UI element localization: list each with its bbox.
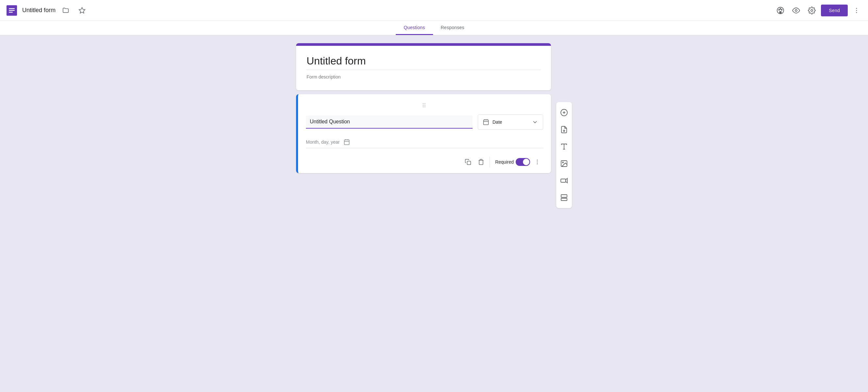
svg-point-6 bbox=[779, 9, 780, 10]
preview-button[interactable] bbox=[789, 4, 803, 17]
svg-point-10 bbox=[811, 9, 813, 11]
trash-icon bbox=[478, 159, 484, 165]
question-input-wrap bbox=[306, 115, 472, 129]
svg-rect-3 bbox=[9, 12, 13, 13]
app-logo bbox=[5, 4, 18, 17]
form-title-input[interactable] bbox=[307, 55, 540, 70]
import-icon bbox=[560, 125, 568, 134]
video-icon bbox=[560, 177, 568, 185]
svg-point-9 bbox=[795, 9, 797, 11]
question-type-dropdown[interactable]: Date bbox=[478, 114, 543, 130]
svg-rect-34 bbox=[561, 179, 566, 182]
import-question-button[interactable] bbox=[556, 122, 572, 137]
required-toggle[interactable] bbox=[516, 158, 530, 166]
question-title-input[interactable] bbox=[306, 115, 472, 129]
image-icon bbox=[560, 160, 568, 168]
svg-point-8 bbox=[781, 9, 782, 10]
svg-point-13 bbox=[856, 12, 857, 13]
delete-button[interactable] bbox=[475, 156, 487, 168]
section-icon bbox=[560, 194, 568, 201]
date-field-row: Month, day, year bbox=[306, 136, 543, 148]
toggle-knob bbox=[523, 159, 529, 165]
star-button[interactable] bbox=[76, 4, 88, 17]
svg-point-7 bbox=[780, 8, 781, 9]
question-top-row: Date bbox=[306, 114, 543, 130]
palette-button[interactable] bbox=[774, 4, 787, 17]
add-title-button[interactable] bbox=[556, 139, 572, 155]
calendar-icon bbox=[483, 119, 489, 125]
tab-responses[interactable]: Responses bbox=[433, 21, 472, 35]
add-video-button[interactable] bbox=[556, 173, 572, 189]
form-description-input[interactable] bbox=[307, 74, 540, 80]
svg-rect-1 bbox=[9, 8, 15, 9]
drag-handle: ⠿ bbox=[306, 102, 543, 109]
duplicate-button[interactable] bbox=[462, 156, 474, 168]
add-section-button[interactable] bbox=[556, 190, 572, 205]
svg-rect-36 bbox=[561, 195, 567, 197]
svg-point-24 bbox=[537, 162, 538, 163]
svg-point-25 bbox=[537, 164, 538, 165]
required-toggle-wrap: Required bbox=[493, 158, 530, 166]
date-placeholder-text: Month, day, year bbox=[306, 139, 340, 145]
folder-button[interactable] bbox=[60, 4, 72, 17]
svg-point-33 bbox=[562, 162, 563, 163]
settings-button[interactable] bbox=[805, 4, 818, 17]
main-content: ⠿ Date bbox=[0, 35, 868, 390]
question-card: ⠿ Date bbox=[296, 94, 551, 173]
header-left: Untitled form bbox=[5, 4, 774, 17]
more-options-button[interactable] bbox=[531, 156, 543, 168]
svg-rect-37 bbox=[561, 198, 567, 201]
more-button[interactable] bbox=[850, 4, 863, 17]
svg-rect-14 bbox=[484, 120, 489, 125]
more-vertical-icon bbox=[534, 159, 540, 165]
svg-rect-18 bbox=[344, 140, 349, 145]
svg-marker-4 bbox=[79, 7, 85, 13]
svg-rect-22 bbox=[467, 161, 471, 165]
svg-marker-35 bbox=[566, 178, 567, 183]
toolbar-divider bbox=[490, 157, 490, 167]
required-label: Required bbox=[495, 159, 514, 165]
svg-point-11 bbox=[856, 8, 857, 9]
svg-rect-2 bbox=[9, 10, 15, 11]
question-type-label: Date bbox=[493, 119, 502, 125]
copy-icon bbox=[465, 159, 471, 165]
svg-point-12 bbox=[856, 10, 857, 11]
date-calendar-icon bbox=[343, 139, 350, 145]
dropdown-chevron-icon bbox=[532, 119, 538, 125]
header-right: Send bbox=[774, 4, 863, 17]
question-toolbar: Required bbox=[306, 153, 543, 168]
form-title-header: Untitled form bbox=[22, 7, 56, 14]
tab-questions[interactable]: Questions bbox=[396, 21, 433, 35]
tabs-bar: Questions Responses bbox=[0, 21, 868, 35]
send-button[interactable]: Send bbox=[821, 5, 848, 16]
form-title-card bbox=[296, 43, 551, 90]
add-circle-icon bbox=[560, 109, 568, 116]
add-image-button[interactable] bbox=[556, 156, 572, 171]
text-format-icon bbox=[560, 143, 568, 150]
form-container: ⠿ Date bbox=[296, 43, 551, 383]
add-question-button[interactable] bbox=[556, 105, 572, 120]
right-sidebar bbox=[556, 102, 572, 208]
app-header: Untitled form bbox=[0, 0, 868, 21]
svg-point-23 bbox=[537, 160, 538, 161]
